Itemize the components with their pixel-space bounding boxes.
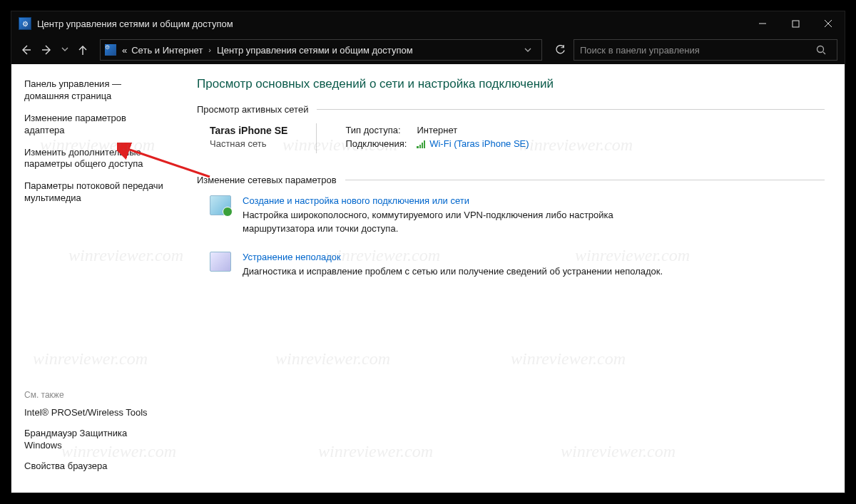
task-link-troubleshoot[interactable]: Устранение неполадок [243, 252, 678, 262]
close-button[interactable] [812, 11, 845, 36]
network-type: Частная сеть [210, 138, 287, 149]
forward-button[interactable] [37, 40, 57, 60]
sidebar-item-media-streaming[interactable]: Параметры потоковой передачи мультимедиа [24, 180, 164, 205]
see-also-intel-proset[interactable]: Intel® PROSet/Wireless Tools [24, 407, 164, 419]
address-prefix: « [122, 45, 127, 56]
chevron-right-icon: › [208, 46, 211, 54]
access-type-value: Интернет [417, 125, 457, 135]
search-input[interactable] [580, 45, 811, 56]
see-also-internet-options[interactable]: Свойства браузера [24, 461, 164, 473]
back-button[interactable] [16, 40, 36, 60]
wifi-signal-icon [417, 140, 425, 148]
see-also-firewall[interactable]: Брандмауэр Защитника Windows [24, 428, 164, 452]
sidebar: Панель управления — домашняя страница Из… [11, 64, 175, 493]
section-change-settings: Изменение сетевых параметров [197, 175, 825, 185]
up-button[interactable] [73, 40, 93, 60]
active-network-block: Taras iPhone SE Частная сеть Тип доступа… [210, 125, 825, 152]
access-type-label: Тип доступа: [345, 125, 417, 135]
search-box[interactable] [574, 39, 837, 61]
minimize-button[interactable] [746, 11, 779, 36]
titlebar: ⚙ Центр управления сетями и общим доступ… [11, 11, 845, 36]
section-active-networks: Просмотр активных сетей [197, 104, 825, 115]
address-bar[interactable]: ⚙ « Сеть и Интернет › Центр управления с… [100, 39, 542, 61]
history-dropdown[interactable] [58, 46, 71, 54]
breadcrumb[interactable]: Центр управления сетями и общим доступом [217, 45, 413, 56]
network-name: Taras iPhone SE [210, 125, 287, 136]
breadcrumb[interactable]: Сеть и Интернет [131, 45, 203, 56]
content-area: Панель управления — домашняя страница Из… [11, 64, 845, 493]
search-icon[interactable] [811, 45, 831, 55]
page-title: Просмотр основных сведений о сети и наст… [197, 77, 825, 91]
maximize-button[interactable] [779, 11, 812, 36]
connection-link[interactable]: Wi-Fi (Taras iPhone SE) [417, 138, 529, 149]
toolbar: ⚙ « Сеть и Интернет › Центр управления с… [11, 36, 845, 64]
connection-name: Wi-Fi (Taras iPhone SE) [429, 138, 529, 149]
new-connection-icon [210, 195, 231, 215]
task-link-new-connection[interactable]: Создание и настройка нового подключения … [243, 195, 678, 206]
section-label: Просмотр активных сетей [197, 104, 308, 115]
troubleshoot-icon [210, 252, 231, 272]
window: ⚙ Центр управления сетями и общим доступ… [11, 11, 845, 493]
task-troubleshoot: Устранение неполадок Диагностика и испра… [210, 252, 825, 279]
section-label: Изменение сетевых параметров [197, 175, 337, 185]
svg-rect-1 [793, 21, 799, 27]
control-panel-icon: ⚙ [19, 17, 31, 30]
task-description: Диагностика и исправление проблем с сеть… [243, 265, 678, 279]
connections-label: Подключения: [345, 138, 417, 149]
refresh-button[interactable] [548, 39, 572, 61]
control-panel-icon: ⚙ [105, 44, 116, 56]
task-new-connection: Создание и настройка нового подключения … [210, 195, 825, 236]
sidebar-item-home[interactable]: Панель управления — домашняя страница [24, 78, 164, 103]
svg-line-8 [823, 52, 825, 54]
main-panel: Просмотр основных сведений о сети и наст… [175, 64, 845, 493]
window-title: Центр управления сетями и общим доступом [37, 19, 746, 29]
task-description: Настройка широкополосного, коммутируемог… [243, 209, 678, 236]
svg-point-7 [817, 46, 824, 53]
sidebar-item-adapter-settings[interactable]: Изменение параметров адаптера [24, 113, 164, 137]
address-dropdown[interactable] [519, 46, 537, 53]
see-also-header: См. также [24, 390, 164, 400]
sidebar-item-sharing-settings[interactable]: Изменить дополнительные параметры общего… [24, 147, 164, 171]
